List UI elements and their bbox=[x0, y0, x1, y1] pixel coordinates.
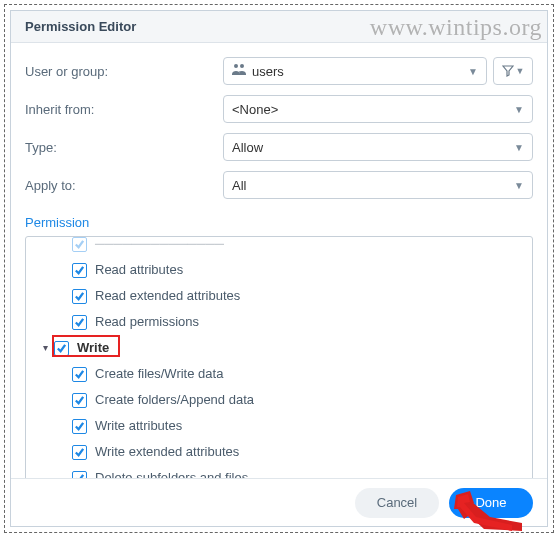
collapse-icon[interactable]: ▾ bbox=[38, 338, 52, 358]
permission-list: ────────────── Read attributes Read exte… bbox=[25, 236, 533, 494]
checkbox[interactable] bbox=[72, 263, 87, 278]
dialog-footer: Cancel Done bbox=[11, 478, 547, 526]
perm-label: Create files/Write data bbox=[95, 364, 223, 384]
chevron-down-icon: ▼ bbox=[514, 104, 524, 115]
row-inherit: Inherit from: <None> ▼ bbox=[25, 95, 533, 123]
checkbox[interactable] bbox=[54, 341, 69, 356]
list-item: ────────────── bbox=[28, 237, 526, 257]
list-item: Create folders/Append data bbox=[28, 387, 526, 413]
select-type-value: Allow bbox=[232, 140, 263, 155]
list-item-group-write: ▾ Write bbox=[28, 335, 526, 361]
cancel-button[interactable]: Cancel bbox=[355, 488, 439, 518]
checkbox[interactable] bbox=[72, 367, 87, 382]
checkbox[interactable] bbox=[72, 289, 87, 304]
label-inherit: Inherit from: bbox=[25, 102, 223, 117]
perm-label: ────────────── bbox=[95, 237, 224, 254]
list-item: Write attributes bbox=[28, 413, 526, 439]
perm-label: Write attributes bbox=[95, 416, 182, 436]
checkbox[interactable] bbox=[72, 393, 87, 408]
label-apply-to: Apply to: bbox=[25, 178, 223, 193]
perm-label: Read permissions bbox=[95, 312, 199, 332]
permission-editor-dialog: Permission Editor User or group: users ▼… bbox=[10, 10, 548, 527]
section-permission: Permission bbox=[11, 215, 547, 236]
chevron-down-icon: ▼ bbox=[468, 66, 478, 77]
select-inherit-value: <None> bbox=[232, 102, 278, 117]
users-icon bbox=[232, 64, 246, 79]
row-apply-to: Apply to: All ▼ bbox=[25, 171, 533, 199]
form-area: User or group: users ▼ ▼ Inherit from: bbox=[11, 43, 547, 215]
select-apply-to-value: All bbox=[232, 178, 246, 193]
row-type: Type: Allow ▼ bbox=[25, 133, 533, 161]
list-item: Write extended attributes bbox=[28, 439, 526, 465]
select-apply-to[interactable]: All ▼ bbox=[223, 171, 533, 199]
select-type[interactable]: Allow ▼ bbox=[223, 133, 533, 161]
list-item: Read attributes bbox=[28, 257, 526, 283]
row-user-group: User or group: users ▼ ▼ bbox=[25, 57, 533, 85]
chevron-down-icon: ▼ bbox=[514, 180, 524, 191]
filter-button[interactable]: ▼ bbox=[493, 57, 533, 85]
checkbox[interactable] bbox=[72, 419, 87, 434]
perm-label: Read attributes bbox=[95, 260, 183, 280]
checkbox[interactable] bbox=[72, 315, 87, 330]
checkbox[interactable] bbox=[72, 237, 87, 252]
select-user-group-value: users bbox=[252, 64, 284, 79]
perm-label: Write bbox=[77, 338, 109, 358]
checkbox[interactable] bbox=[72, 445, 87, 460]
select-inherit[interactable]: <None> ▼ bbox=[223, 95, 533, 123]
list-item: Create files/Write data bbox=[28, 361, 526, 387]
chevron-down-icon: ▼ bbox=[516, 66, 525, 76]
label-user-group: User or group: bbox=[25, 64, 223, 79]
list-item: Read extended attributes bbox=[28, 283, 526, 309]
perm-label: Create folders/Append data bbox=[95, 390, 254, 410]
funnel-icon bbox=[502, 65, 514, 77]
perm-label: Write extended attributes bbox=[95, 442, 239, 462]
list-item: Read permissions bbox=[28, 309, 526, 335]
dialog-title: Permission Editor bbox=[11, 11, 547, 43]
done-button[interactable]: Done bbox=[449, 488, 533, 518]
select-user-group[interactable]: users ▼ bbox=[223, 57, 487, 85]
permission-scroll[interactable]: ────────────── Read attributes Read exte… bbox=[26, 237, 532, 493]
perm-label: Read extended attributes bbox=[95, 286, 240, 306]
chevron-down-icon: ▼ bbox=[514, 142, 524, 153]
label-type: Type: bbox=[25, 140, 223, 155]
